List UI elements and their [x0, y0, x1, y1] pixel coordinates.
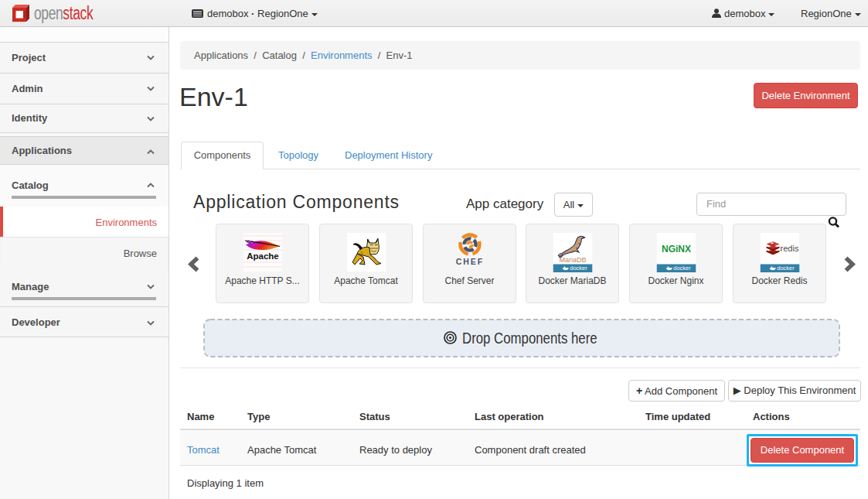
- svg-text:NGiNX: NGiNX: [661, 244, 690, 255]
- svg-text:Apache: Apache: [247, 251, 279, 261]
- svg-text:docker: docker: [570, 265, 587, 272]
- svg-text:MariaDB: MariaDB: [559, 256, 586, 264]
- svg-text:docker: docker: [777, 265, 795, 272]
- svg-text:docker: docker: [673, 265, 691, 272]
- svg-text:redis: redis: [780, 244, 798, 253]
- svg-text:CHEF: CHEF: [455, 257, 484, 266]
